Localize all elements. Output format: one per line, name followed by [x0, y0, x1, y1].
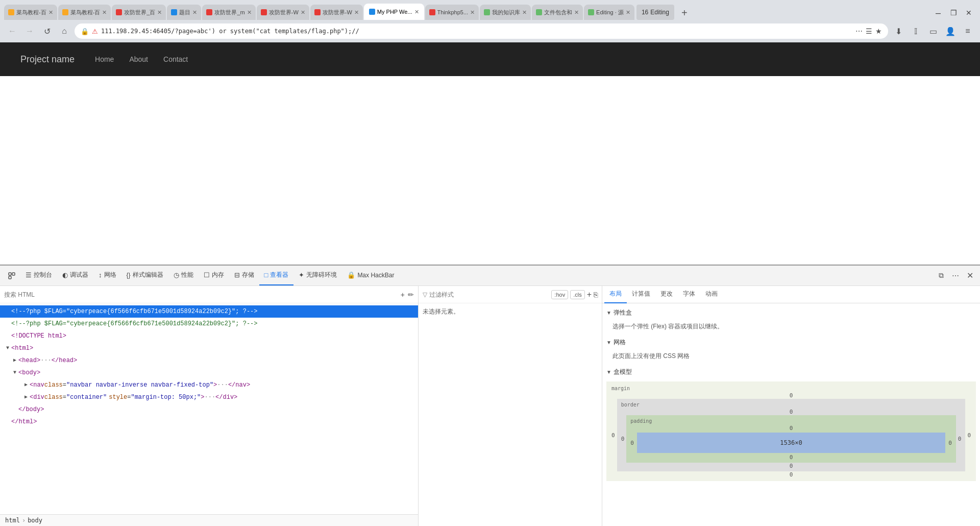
breadcrumb-html[interactable]: html — [5, 517, 20, 524]
devtools-tab-console[interactable]: ☰ 控制台 — [20, 266, 57, 285]
html-line-head[interactable]: ▶ <head> ··· </head> — [0, 354, 418, 367]
tab-close-icon[interactable]: ✕ — [522, 9, 527, 16]
content-dimensions: 1536×0 — [780, 439, 802, 446]
tab-close-icon[interactable]: ✕ — [626, 9, 630, 16]
menu-icon[interactable]: ≡ — [961, 24, 975, 38]
bookmark-icon[interactable]: ★ — [875, 27, 882, 35]
cls-button[interactable]: .cls — [570, 290, 585, 299]
add-style-icon[interactable]: + — [587, 290, 592, 299]
devtools-tab-network[interactable]: ↕ 网络 — [93, 266, 121, 285]
tab-close-icon[interactable]: ✕ — [301, 9, 305, 16]
minimize-button[interactable]: – — [931, 6, 945, 20]
tab-close-icon[interactable]: ✕ — [48, 9, 53, 16]
tab-题目[interactable]: 题目 ✕ — [167, 5, 201, 20]
address-bar[interactable]: 🔒 ⚠ 111.198.29.45:46405/?page=abc') or s… — [75, 23, 888, 39]
layout-tab-changes[interactable]: 更改 — [655, 286, 678, 303]
devtools-tab-storage[interactable]: ⊟ 存储 — [229, 266, 259, 285]
nav-link-home[interactable]: Home — [95, 55, 114, 63]
html-line-doctype[interactable]: <!DOCTYPE html> — [0, 330, 418, 342]
box-model-section-header[interactable]: ▼ 盒模型 — [606, 365, 976, 379]
grid-section-content: 此页面上没有使用 CSS 网格 — [606, 350, 976, 365]
layout-tab-animations[interactable]: 动画 — [700, 286, 723, 303]
nav-link-about[interactable]: About — [129, 55, 148, 63]
html-line-comment2[interactable]: <!--?php $FLAG="cyberpeace{6f566f6cfb671… — [0, 318, 418, 330]
performance-icon: ◷ — [174, 271, 179, 279]
tab-攻防m[interactable]: 攻防世界_m ✕ — [202, 5, 255, 20]
html-line-nav[interactable]: ▶ <nav class = "navbar navbar-inverse na… — [0, 379, 418, 391]
tab-knowledge[interactable]: 我的知识库 ✕ — [480, 5, 531, 20]
triangle-closed[interactable]: ▶ — [11, 355, 18, 366]
devtools-tab-performance[interactable]: ◷ 性能 — [168, 266, 199, 285]
sidebar-toggle-icon[interactable]: ▭ — [926, 24, 940, 38]
html-line-body[interactable]: ▼ <body> — [0, 367, 418, 379]
address-text[interactable]: 111.198.29.45:46405/?page=abc') or syste… — [101, 28, 852, 35]
collections-icon[interactable]: 𝕀 — [909, 24, 923, 38]
layout-tab-layout[interactable]: 布局 — [604, 286, 627, 303]
triangle-open2[interactable]: ▼ — [11, 368, 18, 378]
tab-攻防1[interactable]: 攻防世界_百 ✕ — [112, 5, 166, 20]
layout-tab-computed[interactable]: 计算值 — [627, 286, 655, 303]
style-filter-input[interactable] — [429, 291, 549, 298]
add-node-icon[interactable]: + — [401, 291, 405, 299]
html-line-comment1[interactable]: <!--?php $FLAG="cyberpeace{6f566f6cfb671… — [0, 305, 418, 318]
devtools-tab-debugger[interactable]: ◐ 调试器 — [57, 266, 93, 285]
tab-攻防w1[interactable]: 攻防世界-W ✕ — [257, 5, 309, 20]
copy-style-icon[interactable]: ⎘ — [594, 291, 598, 299]
tab-菜鸟1[interactable]: 菜鸟教程-百 ✕ — [4, 5, 57, 20]
tab-editing[interactable]: Editing · 源 ✕ — [584, 5, 634, 20]
breadcrumb-body[interactable]: body — [28, 517, 42, 524]
triangle-closed2[interactable]: ▶ — [22, 380, 30, 390]
devtools-tab-memory[interactable]: ☐ 内存 — [199, 266, 229, 285]
triangle-open[interactable]: ▼ — [4, 343, 11, 353]
profile-icon[interactable]: 👤 — [943, 24, 958, 38]
tab-close-icon[interactable]: ✕ — [574, 9, 579, 16]
reload-button[interactable]: ↺ — [40, 24, 54, 38]
tab-close-icon[interactable]: ✕ — [354, 9, 359, 16]
tab-fileinclude[interactable]: 文件包含和 ✕ — [532, 5, 583, 20]
tab-攻防w2[interactable]: 攻防世界-W ✕ — [310, 5, 363, 20]
hov-button[interactable]: :hov — [551, 290, 568, 299]
padding-label: padding — [628, 417, 954, 425]
devtools-tab-accessibility[interactable]: ✦ 无障碍环境 — [293, 266, 342, 285]
html-line-html-close[interactable]: </html> — [0, 416, 418, 428]
html-search-input[interactable] — [4, 291, 398, 298]
edit-icon[interactable]: ✏ — [408, 291, 414, 299]
nav-link-contact[interactable]: Contact — [163, 55, 188, 63]
nav-end-tag: </nav> — [228, 379, 250, 391]
home-button[interactable]: ⌂ — [57, 24, 71, 38]
close-button[interactable]: ✕ — [962, 6, 976, 20]
flex-section-header[interactable]: ▼ 弹性盒 — [606, 305, 976, 320]
devtools-dock-button[interactable]: ⧉ — [934, 269, 948, 283]
restore-button[interactable]: ❒ — [946, 6, 961, 20]
tab-close-icon[interactable]: ✕ — [157, 9, 162, 16]
devtools-cursor-tool[interactable] — [3, 267, 20, 284]
grid-section-header[interactable]: ▼ 网格 — [606, 335, 976, 350]
devtools-tab-hackbar[interactable]: 🔒 Max HackBar — [342, 266, 399, 285]
tab-close-icon[interactable]: ✕ — [247, 9, 252, 16]
tab-thinkphp[interactable]: Thinkphp5... ✕ — [425, 5, 479, 20]
layout-tab-fonts[interactable]: 字体 — [678, 286, 700, 303]
tab-count-badge[interactable]: 16 Editing — [636, 5, 674, 20]
html-line-html[interactable]: ▼ <html> — [0, 342, 418, 354]
tab-close-icon[interactable]: ✕ — [414, 9, 419, 15]
tab-close-icon[interactable]: ✕ — [470, 9, 475, 16]
tab-close-icon[interactable]: ✕ — [102, 9, 107, 16]
devtools-close-button[interactable]: ✕ — [963, 269, 977, 283]
download-icon[interactable]: ⬇ — [891, 24, 905, 38]
more-icon[interactable]: ⋯ — [855, 27, 863, 35]
reading-list-icon[interactable]: ☰ — [866, 27, 872, 35]
back-button[interactable]: ← — [5, 24, 19, 38]
tab-close-icon[interactable]: ✕ — [192, 9, 197, 16]
html-tree: <!--?php $FLAG="cyberpeace{6f566f6cfb671… — [0, 303, 418, 514]
border-label: border — [619, 401, 964, 409]
new-tab-button[interactable]: + — [677, 6, 692, 20]
tab-myphpweb[interactable]: My PHP We... ✕ — [364, 4, 424, 20]
forward-button[interactable]: → — [22, 24, 37, 38]
devtools-more-button[interactable]: ⋯ — [948, 269, 963, 283]
devtools-tab-inspector[interactable]: □ 查看器 — [259, 266, 294, 285]
devtools-tab-style-editor[interactable]: {} 样式编辑器 — [121, 266, 168, 285]
tab-菜鸟2[interactable]: 菜鸟教程-百 ✕ — [58, 5, 111, 20]
html-line-body-close[interactable]: </body> — [0, 403, 418, 416]
html-line-div[interactable]: ▶ <div class = "container" style = "marg… — [0, 391, 418, 403]
triangle-closed3[interactable]: ▶ — [22, 392, 30, 402]
